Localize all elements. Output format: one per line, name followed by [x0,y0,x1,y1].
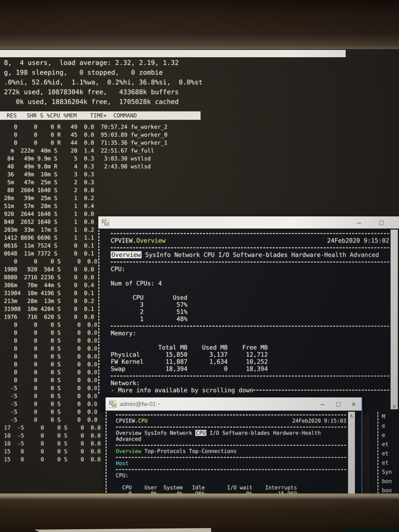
cpu-section-label: CPU: [116,472,346,478]
breadcrumb-prefix: CPVIEW. [111,237,136,244]
separator [253,390,389,391]
subtab-overview[interactable]: Overview [116,448,141,454]
more-info-note: - More info available by scrolling down [111,386,253,394]
breadcrumb-prefix: CPVIEW. [116,418,138,424]
close-button[interactable]: × [346,397,361,411]
separator [116,442,346,448]
process-table-header: RES SHR S %CPU %MEM TIME+ COMMAND [0,111,201,120]
per-cpu-table: CPU User System Idle I/O wait Interrupts… [116,485,346,494]
subtabs[interactable]: Top-Protocols Top-Connections [141,448,237,454]
monitor-screen: 8, 4 users, load average: 2.32, 2.19, 1.… [0,49,399,494]
cpu-scrollbar[interactable]: ∧ [348,412,355,494]
putty-bolt-icon: ⚡ [104,220,109,225]
overview-menu: Overview SysInfo Network CPU I/O Softwar… [111,251,389,258]
monitor-photo: 8, 4 users, load average: 2.32, 2.19, 1.… [0,0,399,532]
breadcrumb-current: Overview [136,237,166,244]
tab-overview[interactable]: Overview [111,251,142,258]
separator [116,454,346,460]
separator [111,244,389,251]
separator [111,230,389,237]
cpu-window-titlebar[interactable]: ⚡ admin@fw-01:~ – □ × [106,397,361,411]
host-label: Host [116,460,346,466]
cpview-overview-window: ⚡ – □ CPVIEW.Overview 24Feb2020 9:15:02 … [98,216,399,411]
cpu-usage-table: CPU Used 3 57% 2 51% 1 48% [111,294,389,323]
cpu-datetime: 24Feb2020 9:15:03 [292,418,346,424]
overview-datetime: 24Feb2020 9:15:02 [327,237,389,244]
network-section-label: Network: [111,380,389,386]
menu-tabs[interactable]: SysInfo Network CPU I/O Software-blades … [142,251,379,258]
breadcrumb-current: CPU [138,418,148,424]
cpu-submenu: Overview Top-Protocols Top-Connections [116,448,346,454]
separator [116,466,346,472]
cpview-cpu-window: ⚡ admin@fw-01:~ – □ × CPVIEW.CPU 24Feb20… [106,397,362,494]
cpu-menu: Overview SysInfo Network CPU I/O Softwar… [116,430,346,442]
top-summary-lines: 8, 4 users, load average: 2.32, 2.19, 1.… [4,58,203,107]
separator [116,412,346,418]
overview-scrollbar[interactable]: ∨ [391,230,398,411]
num-cpus-line: Num of CPUs: 4 [111,280,389,287]
cpu-section-label: CPU: [111,266,389,272]
minimize-button[interactable]: – [352,216,366,228]
tab-cpu[interactable]: CPU [195,430,206,436]
monitor-bezel-top [0,0,399,49]
cpu-window-title: admin@fw-01:~ [120,401,161,407]
memory-section-label: Memory: [111,329,389,337]
scroll-up-icon[interactable]: ∧ [348,412,355,419]
putty-icon: ⚡ [102,219,109,226]
overview-window-titlebar[interactable]: ⚡ – □ [98,216,399,228]
memory-table: Total MB Used MB Free MB Physical 15,850… [111,344,389,372]
maximize-button[interactable]: □ [331,397,346,411]
fragment-lines: M e e et et et Syn bon bon TOTA ---- TX … [377,412,399,494]
background-window-titlebar[interactable] [0,50,346,57]
overview-terminal-content: CPVIEW.Overview 24Feb2020 9:15:02 Overvi… [98,230,389,394]
separator [111,372,389,380]
separator [111,323,389,329]
putty-icon: ⚡ [109,400,116,408]
menu-tabs-before[interactable]: Overview SysInfo Network [116,430,195,436]
monitor-bezel-bottom: DELL [0,494,399,532]
separator [111,258,389,266]
separator [116,424,346,430]
putty-bolt-icon: ⚡ [111,402,116,406]
background-cpview-fragment: M e e et et et Syn bon bon TOTA ---- TX … [369,409,399,494]
scroll-down-icon[interactable]: ∨ [391,403,398,410]
minimize-button[interactable]: – [315,397,330,411]
desk-object [344,527,399,532]
maximize-button[interactable]: □ [374,216,389,228]
cpu-terminal-content: CPVIEW.CPU 24Feb2020 9:15:03 Overview Sy… [106,412,346,494]
